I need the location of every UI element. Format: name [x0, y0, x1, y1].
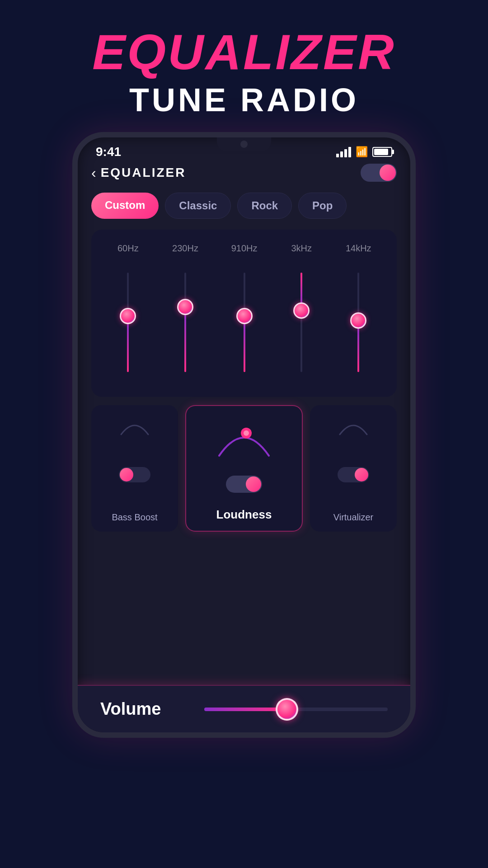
phone-mockup: 9:41 📶 ‹ EQUALIZER — [72, 132, 416, 738]
loudness-toggle-knob — [246, 476, 261, 492]
effects-section: Bass Boost Loudness — [91, 405, 397, 532]
volume-label: Volume — [100, 699, 191, 719]
camera-icon — [240, 141, 248, 148]
freq-band-3khz: 3kHz — [290, 243, 313, 383]
bass-boost-toggle[interactable] — [119, 467, 150, 482]
slider-thumb-14khz[interactable] — [350, 312, 366, 329]
eq-toggle-knob — [380, 165, 396, 181]
slider-thumb-910hz[interactable] — [236, 308, 253, 324]
wifi-icon: 📶 — [356, 146, 368, 158]
virtualizer-arc-icon — [338, 414, 369, 437]
app-header: EQUALIZER TUNE RADIO — [92, 27, 396, 118]
slider-track-910hz — [244, 273, 245, 372]
signal-icon — [336, 147, 351, 157]
preset-tab-custom[interactable]: Custom — [91, 193, 159, 219]
eq-sliders: 60Hz 230Hz — [100, 239, 388, 383]
virtualizer-label: Virtualizer — [333, 512, 374, 523]
loudness-dial-container — [215, 415, 273, 460]
status-icons: 📶 — [336, 146, 392, 158]
slider-thumb-3khz[interactable] — [293, 302, 310, 319]
back-arrow-icon[interactable]: ‹ — [91, 165, 96, 181]
virtualizer-card[interactable]: Virtualizer — [310, 405, 397, 532]
app-subtitle: TUNE RADIO — [92, 81, 396, 118]
freq-label-910hz: 910Hz — [231, 243, 258, 254]
preset-tab-pop[interactable]: Pop — [298, 193, 347, 219]
freq-band-910hz: 910Hz — [231, 243, 258, 383]
preset-tab-rock[interactable]: Rock — [237, 193, 292, 219]
bass-boost-card[interactable]: Bass Boost — [91, 405, 178, 532]
virtualizer-toggle[interactable] — [338, 467, 369, 482]
screen-content: ‹ EQUALIZER Custom Classic Rock Pop 60Hz — [78, 159, 410, 727]
volume-bar: Volume — [78, 685, 410, 732]
freq-label-230hz: 230Hz — [172, 243, 198, 254]
volume-thumb[interactable] — [276, 698, 298, 721]
volume-track[interactable] — [204, 708, 388, 711]
eq-header: ‹ EQUALIZER — [91, 164, 397, 182]
svg-point-1 — [244, 430, 249, 436]
loudness-card[interactable]: Loudness — [185, 405, 303, 532]
loudness-toggle[interactable] — [226, 476, 262, 493]
virtualizer-toggle-knob — [355, 468, 368, 481]
slider-track-230hz — [184, 273, 186, 372]
bass-boost-toggle-knob — [120, 468, 133, 481]
phone-notch — [217, 137, 271, 151]
battery-icon — [372, 147, 392, 157]
preset-tabs: Custom Classic Rock Pop — [91, 193, 397, 219]
slider-track-3khz — [300, 273, 302, 372]
loudness-label: Loudness — [216, 508, 272, 522]
volume-fill — [204, 708, 287, 711]
status-time: 9:41 — [96, 145, 121, 159]
slider-thumb-60hz[interactable] — [120, 308, 136, 324]
freq-band-60hz: 60Hz — [117, 243, 139, 383]
virtualizer-arc-container — [338, 414, 369, 437]
bass-arc-icon — [119, 414, 150, 437]
eq-sliders-section: 60Hz 230Hz — [91, 230, 397, 397]
preset-tab-classic[interactable]: Classic — [165, 193, 231, 219]
freq-label-14khz: 14kHz — [346, 243, 371, 254]
slider-thumb-230hz[interactable] — [177, 299, 193, 315]
bass-boost-label: Bass Boost — [112, 512, 157, 523]
slider-track-14khz — [357, 273, 359, 372]
bass-arc-container — [119, 414, 150, 437]
app-title: EQUALIZER — [92, 27, 396, 77]
freq-label-60hz: 60Hz — [117, 243, 139, 254]
freq-band-230hz: 230Hz — [172, 243, 198, 383]
eq-power-toggle[interactable] — [361, 164, 397, 182]
eq-screen-title: EQUALIZER — [101, 165, 186, 180]
freq-label-3khz: 3kHz — [291, 243, 312, 254]
eq-back-nav[interactable]: ‹ EQUALIZER — [91, 165, 186, 181]
slider-track-60hz — [127, 273, 129, 372]
loudness-arc-icon — [215, 415, 273, 460]
freq-band-14khz: 14kHz — [346, 243, 371, 383]
